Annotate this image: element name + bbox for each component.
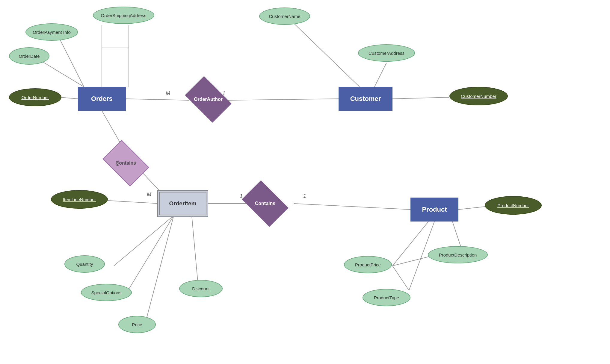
cardinality-1a: 1 (222, 90, 225, 97)
svg-line-20 (294, 204, 410, 210)
attr-orderpayment: OrderPayment Info (25, 23, 78, 41)
attr-customername: CustomerName (259, 7, 310, 25)
svg-line-9 (288, 17, 360, 87)
entity-orderitem[interactable]: OrderItem (157, 190, 208, 217)
er-diagram: Orders Customer Product OrderItem OrderA… (0, 0, 610, 364)
attr-productprice: ProductPrice (344, 256, 392, 273)
attr-customeraddress: CustomerAddress (358, 44, 415, 62)
connection-lines (0, 0, 610, 364)
cardinality-m2: M (147, 192, 151, 198)
cardinality-1b: 1 (116, 161, 119, 167)
svg-line-15 (114, 216, 174, 266)
relationship-orderauthor[interactable]: OrderAuthor (189, 86, 228, 113)
attr-specialoptions: SpecialOptions (81, 284, 132, 301)
cardinality-m1: M (166, 90, 170, 97)
attr-ordershipping: OrderShippingAddress (93, 7, 154, 24)
attr-orderdate: OrderDate (9, 47, 49, 65)
svg-line-14 (108, 201, 159, 204)
relationship-contains2[interactable]: Contains (246, 190, 285, 217)
attr-productdesc: ProductDescription (428, 246, 488, 263)
svg-line-7 (126, 99, 189, 100)
svg-line-21 (458, 207, 485, 210)
svg-line-16 (126, 216, 174, 294)
svg-line-22 (392, 222, 428, 266)
attr-ordernumber: OrderNumber (9, 88, 61, 106)
attr-itemlinenumber: ItemLineNumber (51, 190, 108, 209)
svg-line-10 (375, 63, 386, 87)
attr-customernumber: CustomerNumber (449, 87, 508, 105)
cardinality-1d: 1 (303, 193, 306, 199)
svg-line-0 (60, 97, 78, 99)
svg-line-17 (147, 216, 174, 317)
attr-producttype: ProductType (363, 289, 410, 306)
attr-quantity: Quantity (64, 255, 105, 273)
svg-line-23 (452, 222, 461, 248)
attr-price: Price (118, 316, 156, 333)
entity-product[interactable]: Product (410, 198, 458, 222)
relationship-contains1[interactable]: Contains (106, 150, 145, 177)
svg-line-11 (392, 97, 449, 99)
attr-productnumber: ProductNumber (485, 196, 542, 215)
entity-customer[interactable]: Customer (339, 87, 392, 111)
entity-orders[interactable]: Orders (78, 87, 126, 111)
attr-discount: Discount (179, 280, 223, 297)
svg-line-18 (192, 216, 198, 281)
svg-line-8 (228, 99, 339, 100)
svg-line-26 (392, 266, 409, 290)
svg-line-2 (57, 34, 84, 87)
cardinality-1c: 1 (240, 193, 243, 199)
